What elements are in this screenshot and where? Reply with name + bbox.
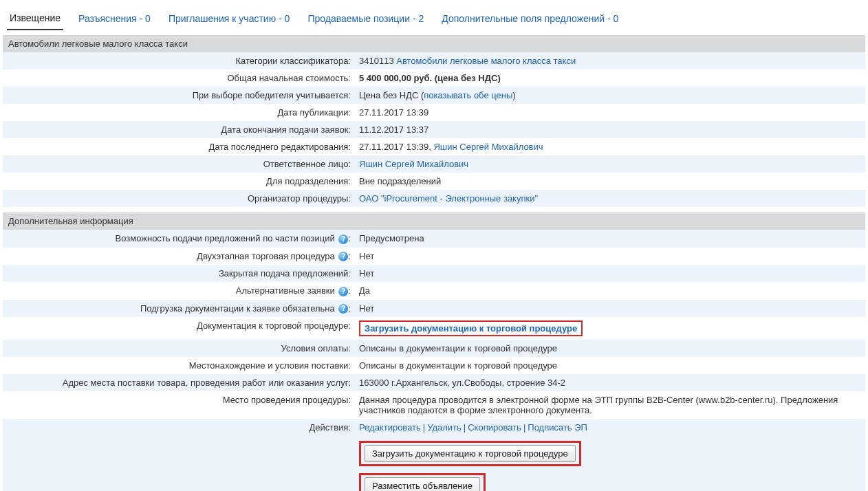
- value-department: Вне подразделений: [355, 173, 865, 190]
- label-delivery-address: Адрес места поставки товара, проведения …: [3, 374, 355, 391]
- delete-link[interactable]: Удалить: [427, 422, 462, 433]
- table-row: Дата последнего редактирования: 27.11.20…: [3, 138, 865, 155]
- value-venue: Данная процедура проводится в электронно…: [355, 391, 865, 419]
- help-icon[interactable]: ?: [338, 234, 348, 244]
- label-documentation: Документация к торговой процедуре:: [3, 317, 355, 340]
- section-header-vehicles: Автомобили легковые малого класса такси: [3, 35, 865, 52]
- value-deadline: 11.12.2017 13:37: [355, 121, 865, 138]
- actions-buttons: Загрузить документацию к торговой процед…: [359, 438, 861, 491]
- value-docs-required: Нет: [355, 300, 865, 318]
- total-price-text: 5 400 000,00 руб. (цена без НДС): [359, 73, 501, 83]
- label-winner-criteria: При выборе победителя учитывается:: [3, 87, 355, 104]
- table-row: Местонахождение и условия поставки: Опис…: [3, 357, 865, 374]
- responsible-user-link[interactable]: Яшин Сергей Михайлович: [359, 159, 468, 169]
- tabs-bar: Извещение Разъяснения - 0 Приглашения к …: [3, 6, 865, 30]
- value-organizer: ОАО "iProcurement - Электронные закупки": [355, 190, 865, 207]
- colon: :: [348, 285, 351, 296]
- tab-notice[interactable]: Извещение: [7, 8, 63, 30]
- table-row: Закрытая подача предложений: Нет: [3, 265, 865, 282]
- table-row: Дата публикации: 27.11.2017 13:39: [3, 104, 865, 121]
- last-edit-user-link[interactable]: Яшин Сергей Михайлович: [433, 142, 543, 152]
- help-icon[interactable]: ?: [338, 287, 348, 296]
- label-alt-bids: Альтернативные заявки ?:: [3, 282, 355, 300]
- label-category: Категории классификатора:: [3, 52, 355, 69]
- separator: |: [462, 422, 468, 433]
- label-location: Местонахождение и условия поставки:: [3, 357, 355, 374]
- colon: :: [348, 233, 351, 243]
- publish-button-highlight: Разместить объявление: [359, 473, 486, 491]
- value-responsible: Яшин Сергей Михайлович: [355, 155, 865, 173]
- info-table-2: Возможность подачи предложений по части …: [3, 230, 865, 491]
- value-winner-criteria: Цена без НДС (показывать обе цены): [355, 87, 865, 104]
- value-total-price: 5 400 000,00 руб. (цена без НДС): [355, 69, 865, 87]
- label-last-edit: Дата последнего редактирования:: [3, 138, 355, 155]
- tab-extra-fields[interactable]: Дополнительные поля предложений - 0: [439, 9, 621, 30]
- table-row: Для подразделения: Вне подразделений: [3, 173, 865, 190]
- organizer-link[interactable]: ОАО "iProcurement - Электронные закупки": [359, 193, 538, 204]
- actions-links: Редактировать|Удалить|Скопировать|Подпис…: [359, 422, 861, 433]
- info-table-1: Категории классификатора: 3410113 Автомо…: [3, 52, 865, 207]
- label-deadline: Дата окончания подачи заявок:: [3, 121, 355, 138]
- table-row: Двухэтапная торговая процедура ?: Нет: [3, 248, 865, 265]
- label-two-stage: Двухэтапная торговая процедура ?:: [3, 248, 355, 265]
- upload-doc-highlight: Загрузить документацию к торговой процед…: [359, 320, 583, 336]
- label-actions: Действия:: [3, 419, 355, 491]
- label-alt-bids-text: Альтернативные заявки: [236, 285, 335, 296]
- sign-link[interactable]: Подписать ЭП: [528, 422, 587, 433]
- label-organizer: Организатор процедуры:: [3, 190, 355, 207]
- publish-button[interactable]: Разместить объявление: [365, 477, 480, 491]
- value-delivery-address: 163000 г.Архангельск, ул.Свободы, строен…: [355, 374, 865, 391]
- value-two-stage: Нет: [355, 248, 865, 265]
- table-row: Дата окончания подачи заявок: 11.12.2017…: [3, 121, 865, 138]
- help-icon[interactable]: ?: [338, 252, 348, 261]
- upload-doc-link[interactable]: Загрузить документацию к торговой процед…: [365, 323, 577, 334]
- table-row: Возможность подачи предложений по части …: [3, 230, 865, 248]
- table-row: Общая начальная стоимость: 5 400 000,00 …: [3, 69, 865, 87]
- criteria-prefix: Цена без НДС (: [359, 90, 424, 100]
- table-row: При выборе победителя учитывается: Цена …: [3, 87, 865, 104]
- table-row: Условия оплаты: Описаны в документации к…: [3, 340, 865, 357]
- table-row: Место проведения процедуры: Данная проце…: [3, 391, 865, 419]
- table-row: Организатор процедуры: ОАО "iProcurement…: [3, 190, 865, 207]
- separator: |: [521, 422, 528, 433]
- tab-invitations[interactable]: Приглашения к участию - 0: [166, 9, 293, 30]
- value-alt-bids: Да: [355, 282, 865, 300]
- help-icon[interactable]: ?: [338, 304, 348, 314]
- table-row: Альтернативные заявки ?: Да: [3, 282, 865, 300]
- show-both-prices-link[interactable]: показывать обе цены: [424, 90, 512, 100]
- table-row: Документация к торговой процедуре: Загру…: [3, 317, 865, 340]
- table-row: Ответственное лицо: Яшин Сергей Михайлов…: [3, 155, 865, 173]
- label-docs-required: Подгрузка документации к заявке обязател…: [3, 300, 355, 318]
- tab-clarifications[interactable]: Разъяснения - 0: [76, 9, 153, 30]
- page: Извещение Разъяснения - 0 Приглашения к …: [0, 0, 868, 491]
- label-closed-submit: Закрытая подача предложений:: [3, 265, 355, 282]
- value-location: Описаны в документации к торговой процед…: [355, 357, 865, 374]
- label-docs-required-text: Подгрузка документации к заявке обязател…: [140, 303, 335, 314]
- label-responsible: Ответственное лицо:: [3, 155, 355, 173]
- table-row: Категории классификатора: 3410113 Автомо…: [3, 52, 865, 69]
- edit-link[interactable]: Редактировать: [359, 422, 421, 433]
- label-partial-offers-text: Возможность подачи предложений по части …: [116, 233, 335, 243]
- value-category: 3410113 Автомобили легковые малого класс…: [355, 52, 865, 69]
- value-payment: Описаны в документации к торговой процед…: [355, 340, 865, 357]
- value-closed-submit: Нет: [355, 265, 865, 282]
- upload-doc-button[interactable]: Загрузить документацию к торговой процед…: [365, 445, 576, 462]
- copy-link[interactable]: Скопировать: [468, 422, 521, 433]
- category-code: 3410113: [359, 56, 394, 66]
- upload-doc-button-highlight: Загрузить документацию к торговой процед…: [359, 441, 581, 466]
- criteria-suffix: ): [512, 90, 515, 100]
- value-partial-offers: Предусмотрена: [355, 230, 865, 248]
- label-two-stage-text: Двухэтапная торговая процедура: [197, 251, 335, 261]
- tab-sold-positions[interactable]: Продаваемые позиции - 2: [305, 9, 426, 30]
- label-pub-date: Дата публикации:: [3, 104, 355, 121]
- value-actions: Редактировать|Удалить|Скопировать|Подпис…: [355, 419, 865, 491]
- label-partial-offers: Возможность подачи предложений по части …: [3, 230, 355, 248]
- table-row: Действия: Редактировать|Удалить|Скопиров…: [3, 419, 865, 491]
- label-venue: Место проведения процедуры:: [3, 391, 355, 419]
- separator: |: [421, 422, 427, 433]
- colon: :: [348, 303, 351, 314]
- value-pub-date: 27.11.2017 13:39: [355, 104, 865, 121]
- category-link[interactable]: Автомобили легковые малого класса такси: [396, 56, 576, 66]
- value-last-edit: 27.11.2017 13:39, Яшин Сергей Михайлович: [355, 138, 865, 155]
- table-row: Подгрузка документации к заявке обязател…: [3, 300, 865, 318]
